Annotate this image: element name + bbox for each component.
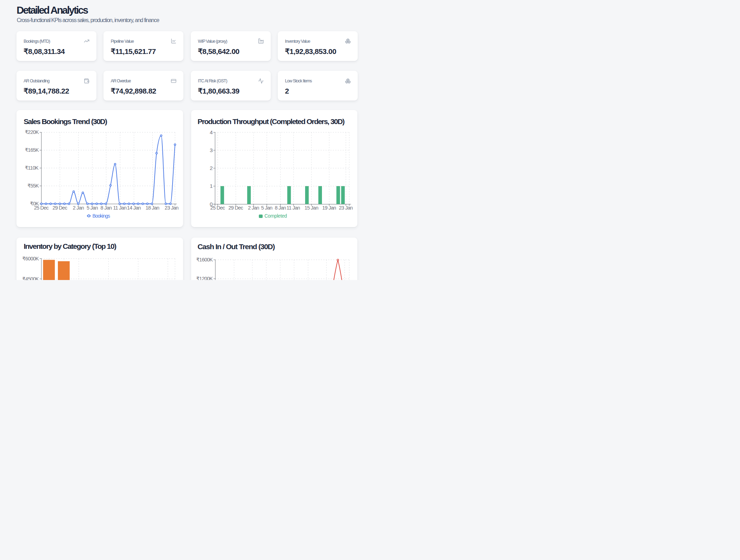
svg-text:1: 1 bbox=[209, 183, 213, 189]
svg-text:5 Jan: 5 Jan bbox=[261, 205, 272, 211]
svg-text:₹110K: ₹110K bbox=[25, 165, 39, 171]
svg-text:25 Dec: 25 Dec bbox=[34, 205, 49, 211]
svg-text:₹55K: ₹55K bbox=[27, 183, 39, 189]
svg-text:Completed: Completed bbox=[264, 213, 287, 219]
svg-text:8 Jan: 8 Jan bbox=[101, 205, 112, 211]
svg-text:₹165K: ₹165K bbox=[25, 147, 39, 153]
svg-text:29 Dec: 29 Dec bbox=[53, 205, 67, 211]
svg-text:₹220K: ₹220K bbox=[25, 129, 39, 135]
svg-text:5 Jan: 5 Jan bbox=[87, 205, 98, 211]
svg-text:23 Jan: 23 Jan bbox=[339, 205, 353, 211]
svg-text:3: 3 bbox=[209, 147, 213, 153]
svg-text:11 Jan: 11 Jan bbox=[113, 205, 127, 211]
svg-text:19 Jan: 19 Jan bbox=[322, 205, 336, 211]
svg-text:14 Jan: 14 Jan bbox=[127, 205, 141, 211]
svg-text:25 Dec: 25 Dec bbox=[210, 205, 225, 211]
svg-text:15 Jan: 15 Jan bbox=[304, 205, 318, 211]
svg-text:4: 4 bbox=[209, 129, 213, 135]
svg-text:11 Jan: 11 Jan bbox=[287, 205, 300, 211]
svg-text:Bookings: Bookings bbox=[92, 213, 110, 219]
svg-text:18 Jan: 18 Jan bbox=[146, 205, 160, 211]
svg-text:2: 2 bbox=[209, 165, 213, 171]
svg-text:2 Jan: 2 Jan bbox=[248, 205, 259, 211]
svg-text:2 Jan: 2 Jan bbox=[73, 205, 84, 211]
svg-text:23 Jan: 23 Jan bbox=[165, 205, 179, 211]
svg-text:₹1600K: ₹1600K bbox=[196, 257, 213, 262]
svg-text:₹1200K: ₹1200K bbox=[196, 276, 213, 280]
svg-text:₹4500K: ₹4500K bbox=[22, 276, 39, 280]
svg-text:8 Jan: 8 Jan bbox=[275, 205, 286, 211]
svg-text:29 Dec: 29 Dec bbox=[228, 205, 243, 211]
svg-text:₹6000K: ₹6000K bbox=[22, 255, 39, 261]
